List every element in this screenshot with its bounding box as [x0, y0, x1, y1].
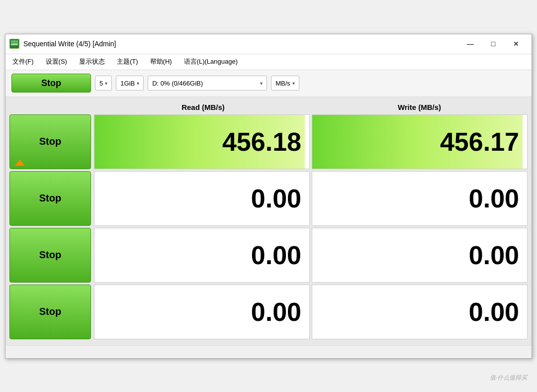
- menu-item-f[interactable]: 文件(F): [7, 55, 39, 68]
- column-headers: Read (MB/s) Write (MB/s): [95, 101, 528, 113]
- app-icon: [9, 39, 19, 49]
- menu-item-h[interactable]: 帮助(H): [145, 55, 177, 68]
- minimize-button[interactable]: —: [459, 36, 482, 51]
- svg-rect-2: [11, 40, 18, 43]
- size-dropdown-arrow: ▾: [137, 81, 139, 86]
- stop-button-4[interactable]: Stop: [9, 285, 91, 339]
- write-value-4: 0.00: [469, 297, 519, 327]
- menu-item-llanguage[interactable]: 语言(L)(Language): [179, 55, 243, 68]
- read-cell-4: 0.00: [94, 285, 310, 339]
- window-controls: — □ ✕: [459, 36, 528, 51]
- menu-item-t[interactable]: 主题(T): [112, 55, 143, 68]
- write-cell-3: 0.00: [312, 228, 528, 283]
- read-value-4: 0.00: [251, 297, 301, 327]
- data-row-2: Stop0.000.00: [9, 171, 528, 226]
- toolbar: Stop 5 ▾ 1GiB ▾ D: 0% (0/466GiB) ▾ MB/s …: [5, 70, 532, 97]
- cells-row-1: 456.18456.17: [94, 114, 528, 169]
- svg-rect-1: [11, 43, 18, 45]
- title-bar: Sequential Write (4/5) [Admin] — □ ✕: [5, 34, 532, 54]
- write-value-1: 456.17: [440, 127, 519, 157]
- write-cell-4: 0.00: [312, 285, 528, 339]
- watermark: 值·什么值得买: [490, 374, 527, 382]
- cells-row-2: 0.000.00: [94, 171, 528, 226]
- content-area: Read (MB/s) Write (MB/s) Stop456.18456.1…: [5, 97, 532, 345]
- stop-button-3[interactable]: Stop: [9, 228, 91, 283]
- main-stop-button[interactable]: Stop: [11, 74, 91, 93]
- unit-value: MB/s: [275, 80, 290, 87]
- unit-dropdown[interactable]: MB/s ▾: [271, 76, 299, 91]
- data-row-3: Stop0.000.00: [9, 228, 528, 283]
- write-cell-1: 456.17: [312, 114, 528, 169]
- size-dropdown[interactable]: 1GiB ▾: [116, 76, 144, 91]
- menu-item-s[interactable]: 设置(S): [41, 55, 72, 68]
- close-button[interactable]: ✕: [505, 36, 528, 51]
- cells-row-4: 0.000.00: [94, 285, 528, 339]
- maximize-button[interactable]: □: [482, 36, 505, 51]
- data-row-4: Stop0.000.00: [9, 285, 528, 339]
- count-dropdown[interactable]: 5 ▾: [95, 76, 112, 91]
- drive-dropdown-arrow: ▾: [260, 81, 263, 86]
- read-cell-1: 456.18: [94, 114, 310, 169]
- stop-button-2[interactable]: Stop: [9, 171, 91, 226]
- write-value-3: 0.00: [469, 240, 519, 270]
- read-cell-2: 0.00: [94, 171, 310, 226]
- data-row-1: Stop456.18456.17: [9, 114, 528, 169]
- read-value-3: 0.00: [251, 240, 301, 270]
- read-cell-3: 0.00: [94, 228, 310, 283]
- write-cell-2: 0.00: [312, 171, 528, 226]
- data-rows: Stop456.18456.17Stop0.000.00Stop0.000.00…: [9, 114, 528, 339]
- main-window: Sequential Write (4/5) [Admin] — □ ✕ 文件(…: [5, 34, 532, 359]
- cells-row-3: 0.000.00: [94, 228, 528, 283]
- unit-dropdown-arrow: ▾: [292, 81, 295, 86]
- menu-bar: 文件(F)设置(S)显示状态主题(T)帮助(H)语言(L)(Language): [5, 54, 532, 70]
- read-value-2: 0.00: [251, 184, 301, 213]
- count-dropdown-arrow: ▾: [105, 81, 107, 86]
- write-header: Write (MB/s): [311, 101, 528, 113]
- read-header: Read (MB/s): [95, 101, 311, 113]
- window-title: Sequential Write (4/5) [Admin]: [23, 40, 459, 48]
- drive-value: D: 0% (0/466GiB): [152, 80, 258, 87]
- stop-button-1[interactable]: Stop: [9, 114, 91, 169]
- write-value-2: 0.00: [469, 184, 519, 213]
- menu-item-[interactable]: 显示状态: [74, 55, 110, 68]
- status-bar: [5, 345, 532, 358]
- read-value-1: 456.18: [222, 127, 301, 157]
- count-value: 5: [99, 80, 103, 87]
- drive-dropdown[interactable]: D: 0% (0/466GiB) ▾: [148, 76, 267, 91]
- size-value: 1GiB: [120, 80, 135, 87]
